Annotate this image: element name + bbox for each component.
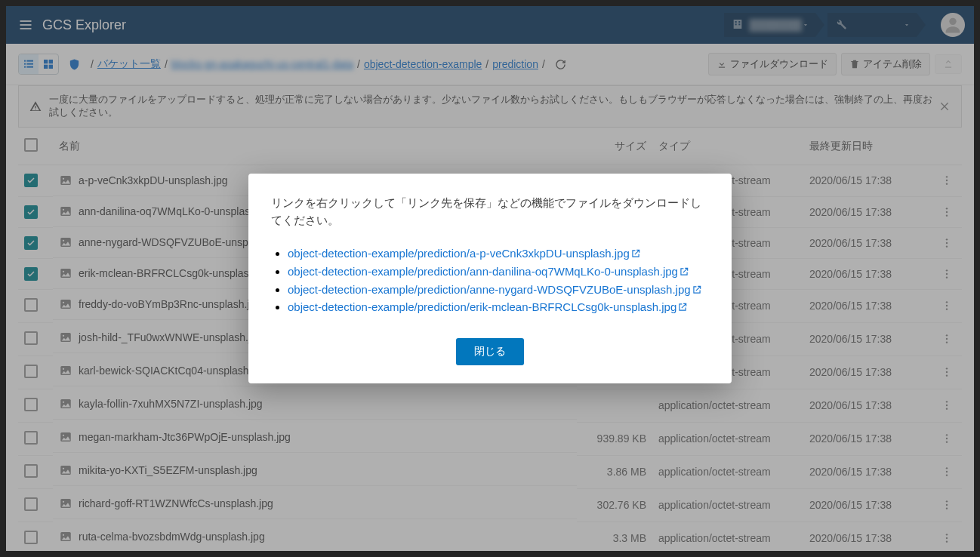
open-in-new-icon (630, 248, 641, 259)
download-modal: リンクを右クリックして「リンク先を保存」などの機能でファイルをダウンロードしてく… (248, 174, 732, 383)
download-link[interactable]: object-detection-example/prediction/erik… (288, 300, 688, 313)
open-in-new-icon (679, 266, 689, 277)
download-link[interactable]: object-detection-example/prediction/ann-… (288, 265, 689, 278)
modal-message: リンクを右クリックして「リンク先を保存」などの機能でファイルをダウンロードしてく… (271, 195, 709, 229)
modal-overlay: リンクを右クリックして「リンク先を保存」などの機能でファイルをダウンロードしてく… (0, 0, 980, 557)
download-link[interactable]: object-detection-example/prediction/anne… (288, 283, 702, 296)
open-in-new-icon (692, 285, 702, 295)
open-in-new-icon (677, 302, 688, 312)
download-link[interactable]: object-detection-example/prediction/a-p-… (288, 247, 641, 260)
modal-close-button[interactable]: 閉じる (456, 338, 524, 365)
